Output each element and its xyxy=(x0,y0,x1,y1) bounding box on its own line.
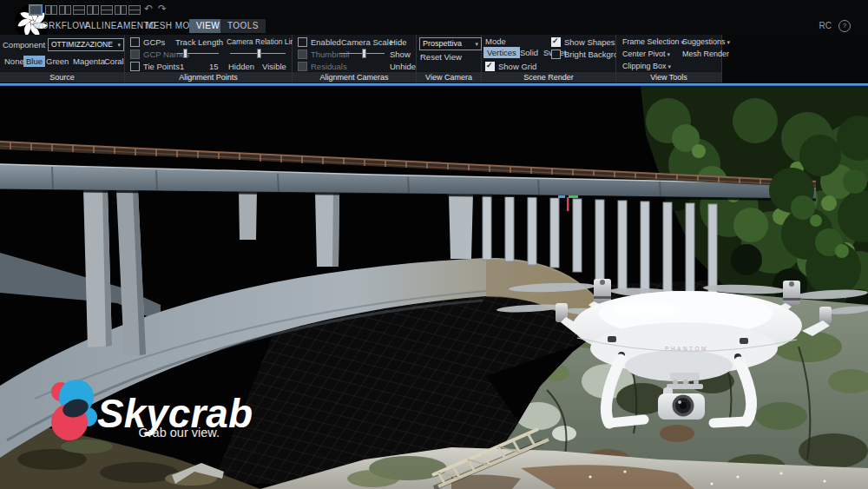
projection-dropdown[interactable]: Prospettiva ▾ xyxy=(419,37,482,50)
ribbon-group-view-tools: Frame Selection▾ Suggestions▾ Center Piv… xyxy=(616,35,722,83)
group-label-view-camera: View Camera xyxy=(417,71,481,83)
clipping-box-button[interactable]: Clipping Box▾ xyxy=(622,62,671,70)
chevron-down-icon: ▾ xyxy=(668,63,672,69)
checkbox-box xyxy=(130,50,140,59)
ribbon-group-source: Component OTTIMIZZAZIONE ▾ None Blue Gre… xyxy=(0,35,125,83)
show-button[interactable]: Show xyxy=(390,50,411,59)
color-blue[interactable]: Blue xyxy=(23,56,45,67)
menu-tab-bar: WORKFLOW ALLINEAMENTO MESH MODEL VIEW TO… xyxy=(0,17,868,35)
checkbox-show-shapes[interactable]: ✓ Show Shapes xyxy=(551,37,615,47)
checkbox-box xyxy=(130,62,140,71)
component-label: Component xyxy=(3,40,45,50)
layout-flag-icon[interactable] xyxy=(115,5,127,15)
checkbox-box xyxy=(298,50,307,59)
top-bar: ↶ ↷ WORKFLOW ALLINEAMENTO MESH MODEL VIE… xyxy=(0,0,868,83)
center-pivot-button[interactable]: Center Pivot▾ xyxy=(622,50,670,58)
viewport-3d[interactable]: PHANTOM xyxy=(0,86,868,489)
component-value: OTTIMIZZAZIONE xyxy=(51,39,113,50)
redo-icon[interactable]: ↷ xyxy=(158,3,167,15)
hide-button[interactable]: Hide xyxy=(390,37,407,47)
group-label-source: Source xyxy=(0,71,124,83)
quick-layout-toolbar: ↶ ↷ xyxy=(0,0,868,17)
camera-relation-lines-slider[interactable] xyxy=(230,49,286,59)
ribbon-group-alignment-cameras: Enabled Thumbnail Residuals Camera Scale… xyxy=(293,35,417,83)
track-length-slider[interactable] xyxy=(177,49,219,59)
drone-brand-label: PHANTOM xyxy=(665,346,708,352)
frame-selection-button[interactable]: Frame Selection▾ xyxy=(622,37,684,46)
chevron-down-icon: ▾ xyxy=(667,51,671,57)
layout-grid-4-icon[interactable] xyxy=(101,5,113,15)
mesh-render-button[interactable]: Mesh Render xyxy=(682,50,729,58)
camera-scale-label: Camera Scale xyxy=(341,37,393,47)
ribbon-group-view-camera: Prospettiva ▾ Reset View View Camera xyxy=(417,35,482,83)
checkbox-tie-points[interactable]: Tie Points xyxy=(130,62,180,71)
color-green[interactable]: Green xyxy=(43,56,71,67)
color-coral[interactable]: Coral xyxy=(102,56,127,67)
group-label-alignment-cameras: Alignment Cameras xyxy=(293,71,416,83)
ribbon-group-alignment-points: GCPs GCP Names Tie Points Track Length 1… xyxy=(125,35,293,83)
group-label-scene-render: Scene Render xyxy=(482,71,615,83)
checkbox-box xyxy=(130,37,140,47)
checkbox-box xyxy=(298,37,307,47)
watermark-tagline-text: Grab our view. xyxy=(139,426,220,439)
mode-vertices-button[interactable]: Vertices xyxy=(483,47,520,58)
projection-value: Prospettiva xyxy=(423,38,462,50)
checkbox-enabled[interactable]: Enabled xyxy=(298,37,341,47)
ribbon: Component OTTIMIZZAZIONE ▾ None Blue Gre… xyxy=(0,35,868,83)
checkbox-residuals[interactable]: Residuals xyxy=(298,62,347,71)
layout-list-icon[interactable] xyxy=(59,5,71,15)
layout-two-columns-icon[interactable] xyxy=(45,5,57,15)
checkbox-show-grid[interactable]: ✓ Show Grid xyxy=(485,62,536,71)
checkbox-box: ✓ xyxy=(485,62,495,71)
component-dropdown[interactable]: OTTIMIZZAZIONE ▾ xyxy=(48,38,124,51)
undo-icon[interactable]: ↶ xyxy=(144,3,153,15)
camera-relation-lines-label: Camera Relation Lines xyxy=(227,37,302,46)
track-length-label: Track Length xyxy=(175,37,223,47)
crl-max: Visible xyxy=(262,62,286,71)
track-length-min: 1 xyxy=(180,62,184,71)
chevron-down-icon: ▾ xyxy=(117,39,121,50)
reset-view-button[interactable]: Reset View xyxy=(420,52,462,62)
checkbox-box xyxy=(551,50,561,59)
checkbox-gcps[interactable]: GCPs xyxy=(130,37,165,47)
mode-solid-button[interactable]: Solid xyxy=(516,47,542,58)
layout-single-icon[interactable] xyxy=(30,5,42,15)
ribbon-group-scene-render: Mode Vertices Solid Sweet ✓ Show Grid ✓ … xyxy=(482,35,616,83)
checkbox-box: ✓ xyxy=(551,37,561,47)
help-icon[interactable]: ? xyxy=(838,20,851,32)
mode-label: Mode xyxy=(485,36,506,46)
rc-brand-label: RC xyxy=(819,21,832,30)
chevron-down-icon: ▾ xyxy=(475,38,478,50)
layout-grid-dots-icon[interactable] xyxy=(128,5,141,15)
layout-grid-2x2-icon[interactable] xyxy=(87,5,99,15)
crl-min: Hidden xyxy=(228,62,254,71)
scene-canvas: PHANTOM xyxy=(0,86,868,489)
chevron-down-icon: ▾ xyxy=(727,39,731,45)
suggestions-button[interactable]: Suggestions▾ xyxy=(682,37,730,46)
checkbox-box xyxy=(298,62,307,71)
tab-tools[interactable]: TOOLS xyxy=(220,19,266,33)
camera-scale-slider[interactable] xyxy=(339,49,385,59)
layout-rows-icon[interactable] xyxy=(73,5,85,15)
group-label-view-tools: View Tools xyxy=(616,71,721,83)
group-label-alignment-points: Alignment Points xyxy=(125,71,292,83)
track-length-max: 15 xyxy=(209,62,219,71)
